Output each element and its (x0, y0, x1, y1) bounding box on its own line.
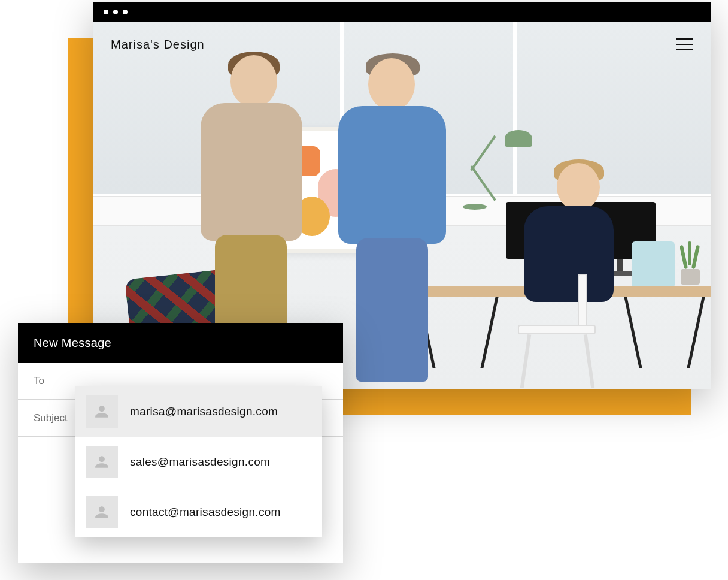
email-suggestions: marisa@marisasdesign.com sales@marisasde… (75, 386, 322, 537)
suggestion-email: contact@marisasdesign.com (130, 506, 281, 519)
subject-label: Subject (34, 412, 68, 424)
compose-title: New Message (18, 323, 343, 362)
scene-person (332, 58, 452, 382)
scene-lamp (452, 130, 536, 214)
scene-plant (678, 245, 702, 285)
suggestion-email: marisa@marisasdesign.com (130, 405, 278, 418)
avatar-icon (86, 446, 118, 478)
window-dot[interactable] (123, 10, 128, 14)
scene-cup (632, 241, 675, 288)
suggestion-email: sales@marisasdesign.com (130, 455, 270, 469)
site-header: Marisa's Design (93, 22, 711, 67)
compose-title-text: New Message (34, 336, 111, 350)
menu-icon[interactable] (676, 38, 693, 50)
window-dot[interactable] (113, 10, 118, 14)
site-title: Marisa's Design (111, 38, 205, 52)
avatar-icon (86, 395, 118, 428)
window-dot[interactable] (104, 10, 108, 14)
scene-chair (506, 292, 608, 389)
suggestion-item[interactable]: sales@marisasdesign.com (75, 437, 322, 487)
suggestion-item[interactable]: contact@marisasdesign.com (75, 487, 322, 537)
suggestion-item[interactable]: marisa@marisasdesign.com (75, 386, 322, 437)
avatar-icon (86, 496, 118, 528)
to-label: To (34, 375, 44, 387)
window-titlebar (93, 2, 711, 22)
